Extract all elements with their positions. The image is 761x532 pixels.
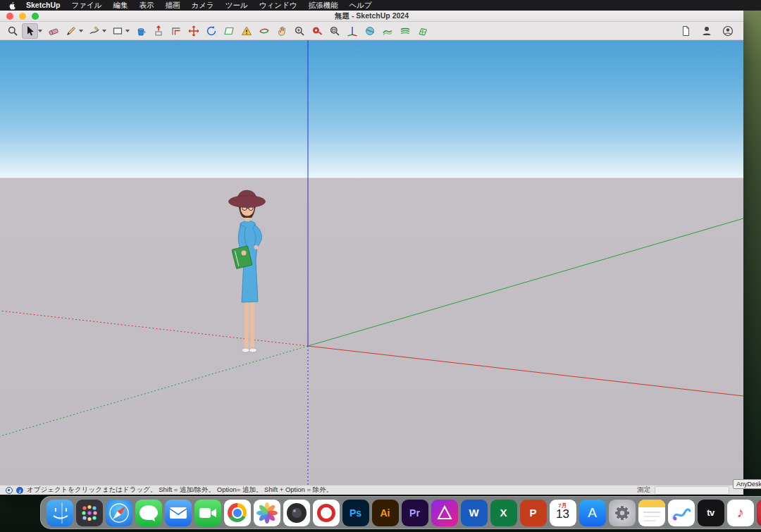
sketchup-window: 無題 - SketchUp 2024 <box>0 11 743 495</box>
zoom-button[interactable] <box>32 13 39 20</box>
measurement-area: 測定 <box>637 485 738 495</box>
sandbox-contours-tool[interactable] <box>397 23 413 39</box>
sign-in-button[interactable] <box>700 23 714 39</box>
dock-item-safari[interactable] <box>104 498 133 527</box>
menu-item-help[interactable]: ヘルプ <box>349 0 371 11</box>
menu-item-file[interactable]: ファイル <box>71 0 101 11</box>
dock-item-settings[interactable] <box>607 498 636 527</box>
section-plane-tool[interactable] <box>221 23 237 39</box>
dock-item-word[interactable]: W <box>459 498 488 527</box>
launchpad-icon <box>76 500 103 526</box>
dock-item-photos[interactable] <box>252 498 281 527</box>
push-pull-icon <box>153 25 164 37</box>
orbit-tool[interactable] <box>256 23 272 39</box>
excel-icon: X <box>490 500 517 526</box>
person-component[interactable] <box>223 187 278 356</box>
document-icon <box>680 25 691 37</box>
minimize-button[interactable] <box>19 13 26 20</box>
offset-tool[interactable] <box>168 23 184 39</box>
rotate-tool[interactable] <box>203 23 219 39</box>
dock-item-notes[interactable] <box>637 498 666 527</box>
dock-item-chrome[interactable] <box>223 498 252 527</box>
account-circle-icon <box>722 25 734 37</box>
chevron-down-icon[interactable] <box>102 30 106 32</box>
eraser-tool[interactable] <box>45 23 61 39</box>
sandbox-smoove-tool[interactable] <box>379 23 395 39</box>
dock-item-powerpoint[interactable]: P <box>519 498 547 527</box>
select-tool[interactable] <box>22 23 38 39</box>
window-titlebar[interactable]: 無題 - SketchUp 2024 <box>0 11 743 22</box>
account-button[interactable] <box>721 23 735 39</box>
facetime-camera-icon <box>194 500 221 526</box>
push-pull-tool[interactable] <box>150 23 166 39</box>
calendar-icon: 7月13 <box>550 500 576 526</box>
move-tool[interactable] <box>185 23 202 39</box>
calendar-day: 13 <box>550 507 576 521</box>
orbit-icon <box>259 25 270 37</box>
red-app-icon <box>757 500 761 526</box>
dock-item-music[interactable]: ♪ <box>726 498 755 527</box>
menu-item-extensions[interactable]: 拡張機能 <box>308 0 338 11</box>
geolocation-icon[interactable] <box>6 487 13 494</box>
chevron-down-icon[interactable] <box>125 30 130 32</box>
dock-item-excel[interactable]: X <box>489 498 518 527</box>
sandbox-scratch-tool[interactable] <box>414 23 431 39</box>
dock-item-apple-tv[interactable]: tv <box>696 498 725 527</box>
tape-measure-tool[interactable] <box>309 23 325 39</box>
measurement-input[interactable] <box>655 486 729 495</box>
dock-item-app-store[interactable]: A <box>578 498 607 527</box>
line-tool[interactable] <box>63 23 79 39</box>
dock-item-red-ring-app[interactable] <box>311 498 340 527</box>
dock-item-mail[interactable] <box>163 498 192 527</box>
dock-item-affinity[interactable] <box>430 498 459 527</box>
dock-item-calendar[interactable]: 7月13 <box>548 498 577 527</box>
dock-item-finder[interactable] <box>45 498 74 527</box>
photoshop-icon: Ps <box>342 500 369 526</box>
shapes-tool[interactable] <box>109 23 125 39</box>
dock-item-messages[interactable] <box>134 498 163 527</box>
shapes-tool-group <box>109 23 131 39</box>
pan-tool[interactable] <box>273 23 290 39</box>
warning-tool[interactable] <box>238 23 254 39</box>
viewport-3d[interactable] <box>0 40 743 485</box>
close-button[interactable] <box>6 13 13 20</box>
dock-item-launchpad[interactable] <box>75 498 104 527</box>
menu-item-tools[interactable]: ツール <box>225 0 248 11</box>
help-info-icon[interactable] <box>16 487 23 494</box>
search-icon <box>7 25 18 37</box>
new-document-button[interactable] <box>679 23 693 39</box>
menu-item-view[interactable]: 表示 <box>139 0 154 11</box>
chevron-down-icon[interactable] <box>79 30 83 32</box>
music-note-icon: ♪ <box>727 500 754 526</box>
axes-tool[interactable] <box>344 23 360 39</box>
zoom-window-tool[interactable] <box>326 23 342 39</box>
menu-item-window[interactable]: ウィンドウ <box>259 0 297 11</box>
chevron-down-icon[interactable] <box>38 30 42 32</box>
menu-item-draw[interactable]: 描画 <box>165 0 180 11</box>
tape-measure-icon <box>311 25 323 37</box>
search-tool[interactable] <box>4 23 20 39</box>
dock-item-freeform[interactable] <box>667 498 695 527</box>
dock-item-photoshop[interactable]: Ps <box>341 498 370 527</box>
menu-item-edit[interactable]: 編集 <box>113 0 128 11</box>
macos-menu-bar: SketchUp ファイル 編集 表示 描画 カメラ ツール ウィンドウ 拡張機… <box>0 0 761 11</box>
warning-icon <box>241 25 252 37</box>
messages-bubble-icon <box>135 500 162 526</box>
menu-item-sketchup[interactable]: SketchUp <box>26 0 60 11</box>
menu-item-camera[interactable]: カメラ <box>191 0 214 11</box>
zoom-tool[interactable] <box>291 23 307 39</box>
cursor-arrow-icon <box>25 25 36 37</box>
apple-menu-icon[interactable] <box>8 1 16 10</box>
dock-item-camera-utility[interactable] <box>282 498 311 527</box>
dock-item-premiere[interactable]: Pr <box>400 498 429 527</box>
paint-bucket-tool[interactable] <box>132 23 149 39</box>
dock-item-red-app[interactable]: 1 <box>755 498 761 527</box>
anydesk-tooltip: AnyDesk <box>733 479 761 489</box>
dock-item-illustrator[interactable]: Ai <box>371 498 400 527</box>
freehand-tool[interactable] <box>86 23 102 39</box>
dock-item-facetime[interactable] <box>193 498 222 527</box>
gear-icon <box>609 500 636 526</box>
add-location-tool[interactable] <box>361 23 378 39</box>
terrain-wave-icon <box>382 25 393 37</box>
contours-icon <box>400 25 411 37</box>
